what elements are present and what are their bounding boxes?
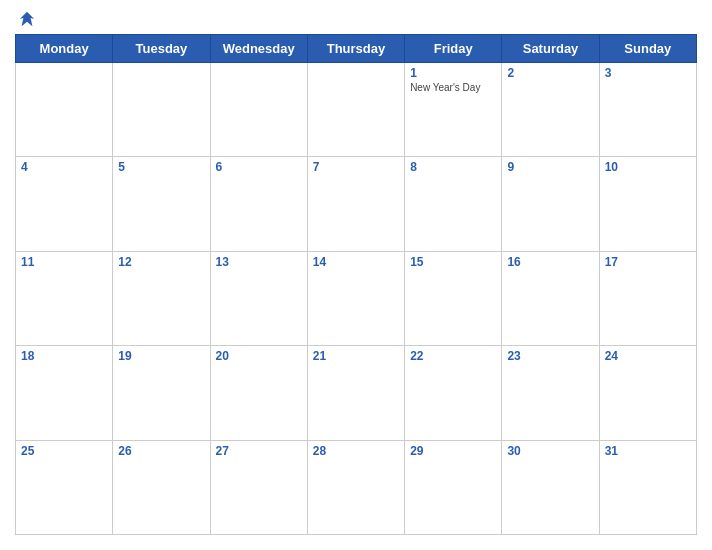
calendar-cell: 20 [210,346,307,440]
calendar-cell: 27 [210,440,307,534]
calendar-cell: 23 [502,346,599,440]
calendar-cell: 9 [502,157,599,251]
svg-marker-0 [20,12,34,26]
weekday-header: Friday [405,35,502,63]
calendar-cell [210,63,307,157]
calendar-cell: 16 [502,251,599,345]
calendar-cell [113,63,210,157]
day-number: 4 [21,160,107,174]
day-number: 19 [118,349,204,363]
calendar-cell: 17 [599,251,696,345]
calendar-cell: 10 [599,157,696,251]
day-number: 23 [507,349,593,363]
calendar-cell: 31 [599,440,696,534]
day-number: 6 [216,160,302,174]
calendar-cell: 5 [113,157,210,251]
day-number: 21 [313,349,399,363]
calendar-cell: 6 [210,157,307,251]
calendar-cell: 11 [16,251,113,345]
day-number: 1 [410,66,496,80]
day-number: 9 [507,160,593,174]
weekday-header: Sunday [599,35,696,63]
calendar-cell: 22 [405,346,502,440]
page-header [15,10,697,28]
calendar-cell: 2 [502,63,599,157]
weekday-header: Saturday [502,35,599,63]
logo [15,10,36,28]
calendar-cell: 14 [307,251,404,345]
day-number: 5 [118,160,204,174]
calendar-cell: 19 [113,346,210,440]
calendar-week-row: 1New Year's Day23 [16,63,697,157]
day-number: 12 [118,255,204,269]
weekday-header: Wednesday [210,35,307,63]
calendar-week-row: 11121314151617 [16,251,697,345]
day-number: 25 [21,444,107,458]
holiday-label: New Year's Day [410,82,496,94]
calendar-cell [16,63,113,157]
day-number: 20 [216,349,302,363]
day-number: 7 [313,160,399,174]
calendar-week-row: 45678910 [16,157,697,251]
calendar-week-row: 25262728293031 [16,440,697,534]
calendar-cell: 4 [16,157,113,251]
calendar-cell [307,63,404,157]
logo-bird-icon [18,10,36,28]
day-number: 3 [605,66,691,80]
day-number: 28 [313,444,399,458]
weekday-header: Tuesday [113,35,210,63]
day-number: 16 [507,255,593,269]
day-number: 26 [118,444,204,458]
day-number: 11 [21,255,107,269]
calendar-cell: 30 [502,440,599,534]
day-number: 22 [410,349,496,363]
weekday-header: Thursday [307,35,404,63]
day-number: 14 [313,255,399,269]
calendar-cell: 26 [113,440,210,534]
day-number: 30 [507,444,593,458]
day-number: 10 [605,160,691,174]
calendar-cell: 3 [599,63,696,157]
calendar-cell: 12 [113,251,210,345]
calendar-table: MondayTuesdayWednesdayThursdayFridaySatu… [15,34,697,535]
weekday-header: Monday [16,35,113,63]
calendar-week-row: 18192021222324 [16,346,697,440]
calendar-cell: 29 [405,440,502,534]
day-number: 27 [216,444,302,458]
calendar-cell: 8 [405,157,502,251]
calendar-cell: 1New Year's Day [405,63,502,157]
calendar-cell: 24 [599,346,696,440]
calendar-cell: 15 [405,251,502,345]
day-number: 31 [605,444,691,458]
calendar-cell: 13 [210,251,307,345]
day-number: 8 [410,160,496,174]
day-number: 2 [507,66,593,80]
calendar-cell: 28 [307,440,404,534]
day-number: 15 [410,255,496,269]
calendar-cell: 21 [307,346,404,440]
day-number: 24 [605,349,691,363]
day-number: 17 [605,255,691,269]
calendar-cell: 7 [307,157,404,251]
calendar-cell: 18 [16,346,113,440]
day-number: 13 [216,255,302,269]
calendar-cell: 25 [16,440,113,534]
day-number: 18 [21,349,107,363]
calendar-header-row: MondayTuesdayWednesdayThursdayFridaySatu… [16,35,697,63]
day-number: 29 [410,444,496,458]
